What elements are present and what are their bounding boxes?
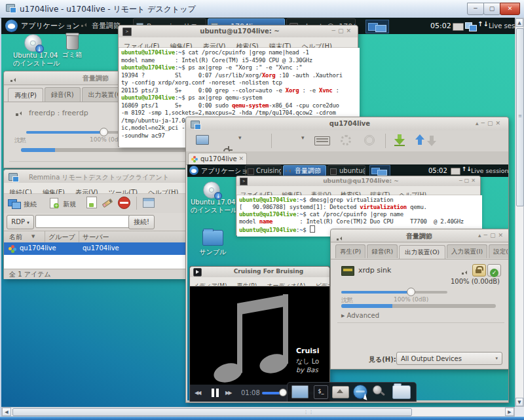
keyboard-layout-icon[interactable] <box>451 168 460 175</box>
scroll-right-icon[interactable]: ▶ <box>508 410 511 415</box>
tab-playback[interactable]: 再生(P) <box>8 88 43 102</box>
overlay-album: なし Lo <box>296 357 319 366</box>
dock-folder-icon[interactable] <box>392 385 411 399</box>
vertical-scrollbar[interactable]: ▲ ≡ ▼ <box>515 18 524 407</box>
workspace-switcher[interactable] <box>365 20 389 33</box>
dock-home-icon[interactable] <box>332 386 349 398</box>
viewer-tab-qu1704live[interactable]: qu1704live ✕ <box>188 153 247 165</box>
tab-config[interactable]: 設定(C) <box>489 244 508 258</box>
remmina-toolbar: 接続 + 新規 <box>4 194 193 214</box>
connect-button[interactable]: 接続 <box>8 197 45 210</box>
tools-icon[interactable] <box>364 135 375 145</box>
tab-recording[interactable]: 録音(R) <box>45 87 81 102</box>
network-icon[interactable] <box>465 22 476 30</box>
viewer-window-buttons[interactable]: ▴─▢✕ <box>476 120 503 126</box>
close-button[interactable]: ✕ <box>500 3 520 15</box>
vertical-scroll-thumb[interactable]: ≡ <box>516 28 524 206</box>
video-area[interactable]: Cruisi なし Lo by Bas <box>190 286 329 385</box>
keyboard-grab-icon[interactable] <box>314 136 330 145</box>
panel-clock[interactable]: 05:02 <box>430 22 451 30</box>
previous-button[interactable]: ◀◀ <box>195 390 200 396</box>
advanced-expander[interactable]: ▶ Advanced <box>341 312 379 319</box>
scroll-up-icon[interactable]: ▲ <box>517 20 521 26</box>
keyboard-layout-icon[interactable] <box>453 23 464 31</box>
horizontal-scroll-thumb[interactable]: ⋮⋮ <box>12 408 412 416</box>
tab-output[interactable]: 出力装置(O) <box>399 245 445 259</box>
seek-knob[interactable] <box>279 389 287 396</box>
dock-terminal-icon[interactable]: $_ <box>314 385 328 399</box>
dock-search-icon[interactable] <box>373 385 386 398</box>
dock-browser-icon[interactable] <box>353 385 367 399</box>
window-titlebar[interactable]: u1704live - u1704live - リモート デスクトップ <box>0 0 524 18</box>
tab-close-icon[interactable]: ✕ <box>238 155 244 162</box>
panel-clock[interactable]: 05:02 <box>428 167 447 174</box>
dock-display-icon[interactable] <box>291 385 309 398</box>
desktop-icon-trash[interactable]: ゴミ箱 <box>57 34 87 59</box>
updown-indicator-icon[interactable]: ↑↓ <box>462 166 472 172</box>
taskbar-item-terminal[interactable]: ubuntu@… <box>328 165 365 176</box>
volume-panel-item[interactable]: 音量調節 <box>92 18 121 34</box>
scroll-down-icon[interactable]: ▼ <box>517 400 521 405</box>
applications-menu[interactable]: アプリケーション <box>21 18 80 34</box>
app-icon <box>6 4 15 12</box>
minimize-button[interactable]: ─ <box>467 3 484 15</box>
volume-titlebar[interactable]: 音量調節 ▴─▢✕ <box>331 229 508 242</box>
delete-icon[interactable] <box>118 197 130 209</box>
next-button[interactable]: ▶▶ <box>225 390 231 396</box>
volume-slider[interactable] <box>341 291 447 294</box>
viewer-titlebar[interactable]: qu1704live ▴─▢✕ <box>186 117 508 131</box>
volume-slider-knob[interactable] <box>100 128 108 136</box>
column-server[interactable]: サーバー <box>83 233 109 242</box>
taskbar-item-volume[interactable]: 音量調節 <box>283 165 326 176</box>
quick-connect-button[interactable]: 接続! <box>128 215 155 229</box>
protocol-select[interactable]: RDP ▾ <box>7 215 34 229</box>
terminal-window-buttons[interactable]: ─▢✕ <box>459 178 477 183</box>
remmina-titlebar[interactable]: Remmina リモートデスクトップクライアント ▴ <box>4 170 193 183</box>
connection-row-qu1704live[interactable]: qu1704live qu1704live <box>4 242 193 255</box>
window-title: u1704live - u1704live - リモート デスクトップ <box>20 4 196 15</box>
tab-input[interactable]: 入力装置(I) <box>447 244 487 258</box>
maximize-button[interactable]: ▢ <box>483 3 500 15</box>
edit-pencil-icon[interactable] <box>102 198 113 207</box>
volume-window-buttons[interactable]: ▴─▢✕ <box>478 232 506 239</box>
desktop-icon-sample[interactable]: サンプル <box>196 230 230 256</box>
download-down-icon[interactable] <box>427 136 436 147</box>
column-group[interactable]: グループ <box>48 233 75 242</box>
new-connection-button[interactable]: + 新規 <box>50 197 83 210</box>
updown-indicator-icon[interactable]: ↑↓ <box>477 20 489 28</box>
desktop-icon-install[interactable]: ↓ Ubuntu 17.04 のインストール <box>191 181 233 214</box>
taskbar-item-media[interactable]: Cruising … <box>245 165 282 176</box>
terminal-menubar: ファイル(F) 編集(E) 表示(V) 検索(S) 端末(T) ヘルプ(H) <box>119 37 358 48</box>
download-badge-icon: ↓ <box>214 192 222 200</box>
terminal-titlebar[interactable]: > ubuntu@qu1704live: ~ ─▢✕ <box>236 176 480 187</box>
session-user-label: Live session user <box>471 167 508 174</box>
terminal-window-buttons[interactable]: ─▢✕ <box>332 28 354 34</box>
scroll-left-icon[interactable]: ◀ <box>5 410 8 415</box>
show-dropdown[interactable]: All Output Devices ▾ <box>396 352 502 365</box>
expander-icon: ▶ <box>341 313 345 318</box>
preferences-gear-icon[interactable] <box>341 135 351 145</box>
desktop-icon-install[interactable]: ↓ Ubuntu 17.04 のインストール <box>13 34 52 67</box>
column-name[interactable]: 名前 <box>9 233 22 242</box>
copy-icon[interactable] <box>86 197 97 208</box>
tab-playback[interactable]: 再生(P) <box>335 244 365 258</box>
preferences-window-icon[interactable] <box>143 198 155 208</box>
volume-slider-knob[interactable] <box>407 288 415 296</box>
chevron-down-icon[interactable]: ▾ <box>301 132 305 143</box>
media-titlebar[interactable]: Cruising For Bruising <box>190 267 329 278</box>
chevron-down-icon: ▾ <box>27 220 29 225</box>
remote-desktop-client-window: u1704live - u1704live - リモート デスクトップ ─ ▢ … <box>0 0 524 420</box>
tab-recording[interactable]: 録音(R) <box>367 244 398 258</box>
set-default-button[interactable]: ✓ <box>487 264 501 277</box>
download-icon[interactable] <box>394 134 405 146</box>
server-address-input[interactable] <box>35 215 130 228</box>
horizontal-scrollbar[interactable]: ◀ ⋮⋮ ▶ <box>1 407 515 417</box>
pause-button[interactable] <box>211 389 220 397</box>
fullscreen-icon[interactable] <box>196 135 209 145</box>
terminal-titlebar[interactable]: > ubuntu@u1704live: ~ ─▢✕ <box>119 26 358 38</box>
upload-up-icon[interactable] <box>415 134 424 146</box>
close-icon: ✕ <box>508 5 513 12</box>
chevron-down-icon[interactable]: ▾ <box>238 132 242 143</box>
volume-panel-icon <box>81 22 88 29</box>
lock-channels-button[interactable] <box>472 264 486 277</box>
